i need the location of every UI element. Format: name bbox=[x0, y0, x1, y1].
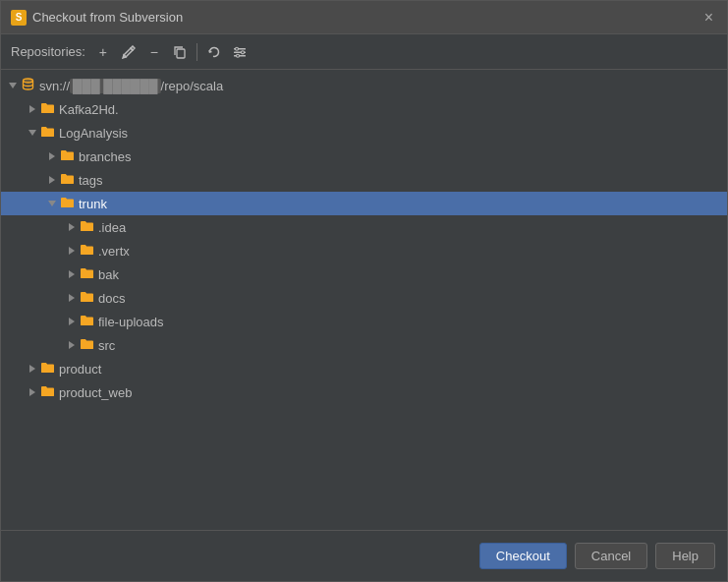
tree-item-file-uploads[interactable]: file-uploads bbox=[1, 310, 727, 333]
item-label-bak: bak bbox=[98, 267, 119, 282]
repositories-label: Repositories: bbox=[11, 44, 85, 59]
svg-rect-38 bbox=[81, 317, 86, 320]
expand-btn-docs[interactable] bbox=[64, 290, 80, 306]
item-label-vertx: .vertx bbox=[98, 244, 130, 259]
expand-btn-svn-root[interactable] bbox=[5, 78, 21, 93]
item-label-docs: docs bbox=[98, 291, 125, 306]
svg-marker-21 bbox=[48, 201, 56, 206]
svg-rect-10 bbox=[41, 106, 54, 113]
expand-btn-vertx[interactable] bbox=[64, 243, 80, 259]
app-icon: S bbox=[11, 10, 27, 26]
folder-icon-idea bbox=[80, 219, 94, 235]
repository-tree[interactable]: svn://███ ██████/repo/scala Kafka2Hd. Lo… bbox=[1, 70, 727, 530]
svg-rect-0 bbox=[177, 49, 185, 58]
svg-rect-41 bbox=[81, 340, 86, 343]
item-label-branches: branches bbox=[79, 149, 131, 164]
tree-item-branches[interactable]: branches bbox=[1, 145, 727, 168]
footer: Checkout Cancel Help bbox=[1, 530, 727, 581]
svg-point-4 bbox=[235, 47, 238, 50]
svg-rect-19 bbox=[61, 177, 74, 184]
folder-icon-product bbox=[40, 361, 55, 377]
svg-rect-14 bbox=[41, 128, 47, 131]
tree-item-product[interactable]: product bbox=[1, 357, 727, 380]
tree-item-src[interactable]: src bbox=[1, 333, 727, 357]
dialog: S Checkout from Subversion × Repositorie… bbox=[0, 0, 728, 582]
tree-item-product-web[interactable]: product_web bbox=[1, 380, 727, 404]
title-bar: S Checkout from Subversion × bbox=[1, 1, 727, 34]
svg-rect-28 bbox=[81, 248, 93, 255]
tree-item-tags[interactable]: tags bbox=[1, 168, 727, 192]
svg-marker-42 bbox=[29, 365, 35, 373]
svg-marker-33 bbox=[69, 294, 75, 302]
svg-rect-17 bbox=[61, 151, 67, 154]
expand-btn-file-uploads[interactable] bbox=[64, 314, 80, 329]
svg-rect-37 bbox=[81, 319, 93, 325]
folder-icon-branches bbox=[60, 148, 75, 164]
item-label-product: product bbox=[59, 362, 101, 377]
cancel-button[interactable]: Cancel bbox=[575, 543, 647, 569]
item-label-tags: tags bbox=[79, 173, 103, 188]
expand-btn-src[interactable] bbox=[64, 337, 80, 353]
svg-rect-13 bbox=[41, 130, 54, 137]
expand-btn-product[interactable] bbox=[25, 361, 40, 377]
svg-rect-35 bbox=[81, 293, 86, 296]
tree-item-trunk[interactable]: trunk bbox=[1, 192, 727, 215]
help-button[interactable]: Help bbox=[655, 543, 715, 569]
edit-button[interactable] bbox=[117, 40, 140, 64]
expand-btn-loganalysis[interactable] bbox=[25, 125, 40, 141]
tree-item-idea[interactable]: .idea bbox=[1, 215, 727, 239]
tree-item-docs[interactable]: docs bbox=[1, 286, 727, 310]
folder-icon-loganalysis bbox=[40, 125, 55, 141]
svg-rect-44 bbox=[41, 364, 47, 367]
svg-rect-32 bbox=[81, 269, 86, 272]
settings-button[interactable] bbox=[228, 40, 252, 64]
item-label-src: src bbox=[98, 338, 115, 353]
svg-point-5 bbox=[241, 50, 244, 53]
svg-rect-40 bbox=[81, 342, 93, 349]
svg-marker-15 bbox=[49, 152, 55, 160]
item-label-idea: .idea bbox=[98, 220, 126, 235]
svg-rect-43 bbox=[41, 366, 54, 373]
tree-item-svn-root[interactable]: svn://███ ██████/repo/scala bbox=[1, 74, 727, 97]
copy-button[interactable] bbox=[168, 40, 192, 64]
remove-button[interactable]: − bbox=[142, 40, 166, 64]
expand-btn-kafka2hd[interactable] bbox=[25, 101, 40, 117]
add-button[interactable]: + bbox=[91, 40, 115, 64]
close-button[interactable]: × bbox=[700, 8, 717, 28]
refresh-button[interactable] bbox=[202, 40, 226, 64]
svg-marker-9 bbox=[29, 105, 35, 113]
svg-rect-23 bbox=[61, 199, 67, 202]
expand-btn-branches[interactable] bbox=[44, 148, 60, 164]
svg-rect-16 bbox=[61, 153, 74, 160]
tree-item-bak[interactable]: bak bbox=[1, 262, 727, 286]
folder-icon-file-uploads bbox=[80, 314, 94, 329]
expand-btn-trunk[interactable] bbox=[44, 196, 60, 211]
item-label-product-web: product_web bbox=[59, 385, 132, 400]
folder-icon-vertx bbox=[80, 243, 94, 259]
folder-icon-docs bbox=[80, 290, 94, 306]
tree-item-vertx[interactable]: .vertx bbox=[1, 239, 727, 262]
svg-rect-20 bbox=[61, 175, 67, 178]
svg-rect-34 bbox=[81, 295, 93, 302]
checkout-button[interactable]: Checkout bbox=[479, 543, 567, 569]
svg-rect-22 bbox=[61, 201, 74, 207]
tree-item-loganalysis[interactable]: LogAnalysis bbox=[1, 121, 727, 145]
svg-marker-30 bbox=[69, 270, 75, 278]
svg-point-8 bbox=[24, 79, 33, 83]
folder-icon-bak bbox=[80, 266, 94, 282]
folder-icon-tags bbox=[60, 172, 75, 188]
folder-icon-kafka2hd bbox=[40, 101, 55, 117]
dialog-title: Checkout from Subversion bbox=[32, 10, 183, 25]
svg-rect-26 bbox=[81, 222, 86, 225]
tree-item-kafka2hd[interactable]: Kafka2Hd. bbox=[1, 97, 727, 121]
expand-btn-idea[interactable] bbox=[64, 219, 80, 235]
expand-btn-product-web[interactable] bbox=[25, 384, 40, 400]
item-label-kafka2hd: Kafka2Hd. bbox=[59, 102, 119, 117]
item-label-file-uploads: file-uploads bbox=[98, 315, 164, 329]
svg-rect-31 bbox=[81, 271, 93, 278]
item-label-trunk: trunk bbox=[79, 197, 107, 211]
svg-marker-45 bbox=[29, 388, 35, 396]
svg-marker-36 bbox=[69, 318, 75, 325]
expand-btn-tags[interactable] bbox=[44, 172, 60, 188]
expand-btn-bak[interactable] bbox=[64, 266, 80, 282]
